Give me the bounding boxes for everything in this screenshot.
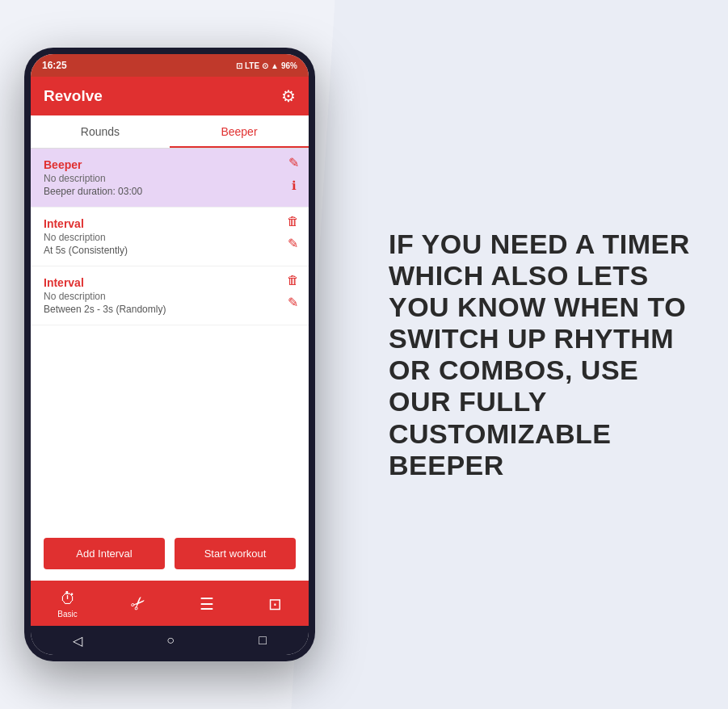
interval1-detail: At 5s (Consistently) (44, 245, 296, 256)
list-item-interval-1: Interval No description At 5s (Consisten… (31, 208, 309, 266)
interval2-title: Interval (44, 276, 296, 289)
list-icon: ☰ (200, 594, 214, 614)
interval2-actions: 🗑 ✎ (287, 273, 299, 310)
nav-item-basic[interactable]: ⏱ Basic (57, 589, 77, 619)
beeper-actions: ✎ ℹ (288, 155, 299, 193)
promo-text-block: IF YOU NEED A TIMER WHICH ALSO LETS YOU … (389, 229, 704, 481)
basic-icon: ⏱ (60, 589, 76, 608)
interval1-title: Interval (44, 217, 296, 230)
beeper-description: No description (44, 173, 296, 184)
interval1-description: No description (44, 232, 296, 243)
interval1-delete-icon[interactable]: 🗑 (287, 214, 299, 228)
action-buttons: Add Interval Start workout (31, 527, 309, 581)
start-workout-button[interactable]: Start workout (175, 538, 296, 569)
tab-bar: Rounds Beeper (31, 115, 309, 149)
phone-mockup: 16:25 ⊡ LTE ⊙ ▲ 96% Revolve ⚙ Rounds (24, 48, 315, 661)
signal-icon: ▲ (271, 61, 279, 70)
beeper-detail: Beeper duration: 03:00 (44, 186, 296, 197)
lte-icon: LTE (245, 61, 259, 70)
phone-frame: 16:25 ⊡ LTE ⊙ ▲ 96% Revolve ⚙ Rounds (24, 48, 315, 661)
nav-item-tools[interactable]: ✂ (131, 594, 145, 615)
back-button[interactable]: ◁ (73, 633, 82, 648)
interval2-edit-icon[interactable]: ✎ (288, 295, 298, 310)
list-item-beeper: Beeper No description Beeper duration: 0… (31, 149, 309, 208)
interval1-edit-icon[interactable]: ✎ (288, 236, 298, 251)
android-navigation: ◁ ○ □ (31, 626, 309, 655)
beeper-title: Beeper (44, 158, 296, 171)
promo-heading: IF YOU NEED A TIMER WHICH ALSO LETS YOU … (389, 229, 704, 481)
nav-item-cast[interactable]: ⊡ (268, 594, 282, 614)
interval2-delete-icon[interactable]: 🗑 (287, 273, 299, 287)
interval2-detail: Between 2s - 3s (Randomly) (44, 304, 296, 315)
bottom-navigation: ⏱ Basic ✂ ☰ ⊡ (31, 581, 309, 626)
beeper-info-icon[interactable]: ℹ (292, 178, 297, 193)
add-interval-button[interactable]: Add Interval (44, 538, 165, 569)
cast-icon: ⊡ (268, 594, 282, 614)
basic-label: Basic (57, 610, 77, 619)
beeper-edit-icon[interactable]: ✎ (288, 155, 299, 170)
recent-button[interactable]: □ (259, 633, 267, 648)
tab-rounds[interactable]: Rounds (31, 115, 170, 148)
app-title: Revolve (44, 87, 103, 105)
interval1-actions: 🗑 ✎ (287, 214, 299, 251)
notification-icon: ⊡ (236, 61, 242, 70)
home-button[interactable]: ○ (166, 633, 175, 648)
nav-item-list[interactable]: ☰ (200, 594, 214, 614)
app-header: Revolve ⚙ (31, 77, 309, 115)
list-item-interval-2: Interval No description Between 2s - 3s … (31, 266, 309, 325)
tools-icon: ✂ (126, 591, 151, 616)
phone-screen: 16:25 ⊡ LTE ⊙ ▲ 96% Revolve ⚙ Rounds (31, 54, 309, 655)
status-bar: 16:25 ⊡ LTE ⊙ ▲ 96% (31, 54, 309, 77)
wifi-icon: ⊙ (262, 61, 268, 70)
status-icons: ⊡ LTE ⊙ ▲ 96% (236, 61, 297, 70)
content-area: Beeper No description Beeper duration: 0… (31, 149, 309, 527)
status-time: 16:25 (42, 60, 67, 71)
tab-beeper[interactable]: Beeper (170, 115, 309, 148)
interval2-description: No description (44, 291, 296, 302)
settings-icon[interactable]: ⚙ (281, 86, 296, 106)
battery-icon: 96% (281, 61, 297, 70)
